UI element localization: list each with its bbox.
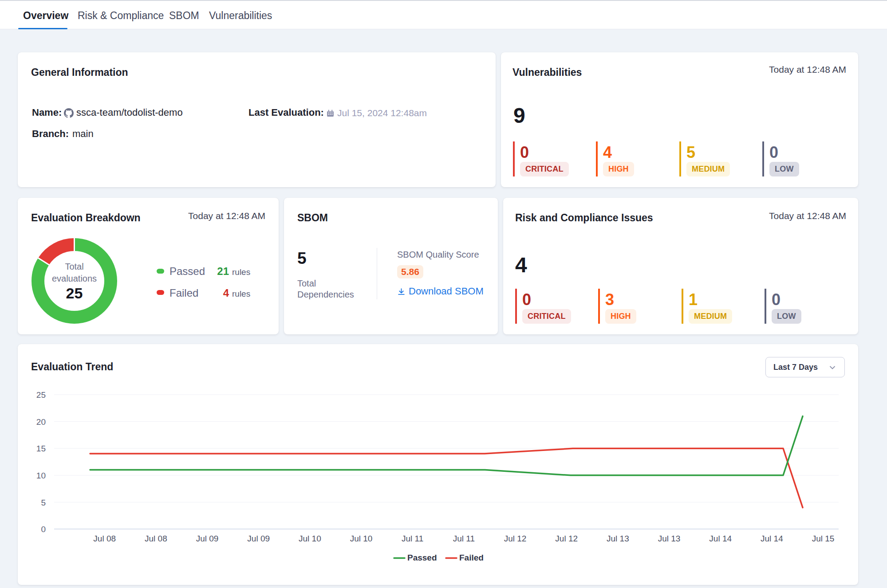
svg-text:0: 0: [41, 525, 46, 534]
svg-text:Jul 11: Jul 11: [453, 534, 475, 543]
svg-text:Jul 12: Jul 12: [555, 534, 578, 543]
svg-text:5: 5: [41, 498, 46, 507]
svg-text:Jul 09: Jul 09: [196, 534, 219, 543]
svg-text:Jul 10: Jul 10: [350, 534, 373, 543]
svg-text:25: 25: [36, 390, 46, 400]
svg-text:Jul 13: Jul 13: [658, 534, 681, 543]
svg-text:10: 10: [36, 471, 46, 480]
svg-text:Jul 15: Jul 15: [812, 534, 835, 543]
svg-text:Failed: Failed: [459, 553, 484, 562]
svg-text:Jul 08: Jul 08: [93, 534, 116, 543]
svg-text:Jul 12: Jul 12: [504, 534, 527, 543]
svg-text:Passed: Passed: [407, 553, 437, 562]
svg-text:Jul 10: Jul 10: [299, 534, 321, 543]
svg-text:20: 20: [36, 417, 46, 427]
svg-text:Jul 09: Jul 09: [247, 534, 270, 543]
svg-text:Jul 14: Jul 14: [761, 534, 783, 543]
svg-text:Jul 14: Jul 14: [709, 534, 732, 543]
svg-text:15: 15: [36, 444, 46, 453]
svg-text:Jul 11: Jul 11: [402, 534, 423, 543]
svg-text:Jul 08: Jul 08: [145, 534, 167, 543]
svg-text:Jul 13: Jul 13: [607, 534, 629, 543]
